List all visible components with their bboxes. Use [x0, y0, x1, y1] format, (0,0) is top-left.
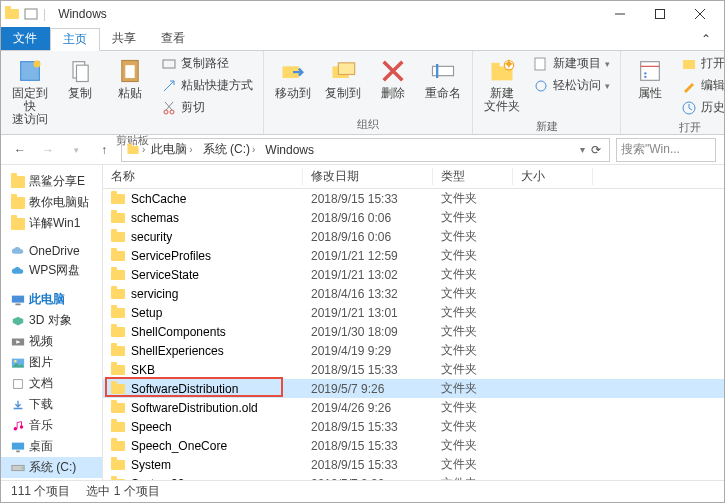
ribbon-collapse-button[interactable]: ⌃ — [689, 27, 724, 50]
folder-icon — [111, 460, 125, 470]
up-button[interactable]: ↑ — [93, 139, 115, 161]
pin-button[interactable]: 固定到快 速访问 — [7, 53, 53, 131]
back-button[interactable]: ← — [9, 139, 31, 161]
nav-item[interactable]: 桌面 — [1, 436, 102, 457]
nav-item[interactable]: 详解Win1 — [1, 213, 102, 234]
svg-rect-20 — [492, 63, 500, 68]
status-item-count: 111 个项目 — [11, 483, 70, 500]
address-dropdown-icon[interactable]: ▾ — [580, 144, 585, 155]
breadcrumb-seg-3[interactable]: Windows — [261, 143, 318, 157]
history-button[interactable]: 历史记录 — [677, 97, 725, 118]
nav-item[interactable]: OneDrive — [1, 242, 102, 260]
svg-rect-2 — [656, 10, 665, 19]
easy-access-button[interactable]: 轻松访问▾ — [529, 75, 614, 96]
status-bar: 111 个项目 选中 1 个项目 — [1, 480, 724, 502]
table-row[interactable]: schemas2018/9/16 0:06文件夹 — [103, 208, 724, 227]
column-headers[interactable]: 名称 修改日期 类型 大小 — [103, 165, 724, 189]
navigation-pane[interactable]: 黑鲨分享E教你电脑贴详解Win1OneDriveWPS网盘此电脑3D 对象视频图… — [1, 165, 103, 480]
tab-home[interactable]: 主页 — [50, 28, 100, 51]
col-size[interactable]: 大小 — [513, 168, 593, 185]
menu-tabs: 文件 主页 共享 查看 ⌃ — [1, 27, 724, 51]
tab-view[interactable]: 查看 — [149, 27, 198, 50]
cut-button[interactable]: 剪切 — [157, 97, 257, 118]
table-row[interactable]: SKB2018/9/15 15:33文件夹 — [103, 360, 724, 379]
nav-item[interactable]: 教你电脑贴 — [1, 192, 102, 213]
nav-item[interactable]: 视频 — [1, 331, 102, 352]
breadcrumb-seg-1[interactable]: 此电脑› — [147, 141, 196, 158]
table-row[interactable]: System2018/9/15 15:33文件夹 — [103, 455, 724, 474]
table-row[interactable]: Speech_OneCore2018/9/15 15:33文件夹 — [103, 436, 724, 455]
nav-item[interactable]: 图片 — [1, 352, 102, 373]
rename-button[interactable]: 重命名 — [420, 53, 466, 104]
delete-button[interactable]: 删除 — [370, 53, 416, 104]
file-name: Setup — [131, 306, 162, 320]
address-box[interactable]: › 此电脑› 系统 (C:)› Windows ▾ ⟳ — [121, 138, 610, 162]
svg-rect-11 — [163, 60, 175, 68]
move-to-button[interactable]: 移动到 — [270, 53, 316, 104]
file-list[interactable]: SchCache2018/9/15 15:33文件夹schemas2018/9/… — [103, 189, 724, 480]
tab-file[interactable]: 文件 — [1, 27, 50, 50]
copy-path-button[interactable]: 复制路径 — [157, 53, 257, 74]
file-date: 2018/9/15 15:33 — [303, 192, 433, 206]
svg-point-27 — [644, 76, 646, 78]
open-button[interactable]: 打开▾ — [677, 53, 725, 74]
table-row[interactable]: servicing2018/4/16 13:32文件夹 — [103, 284, 724, 303]
folder-icon — [111, 403, 125, 413]
forward-button[interactable]: → — [37, 139, 59, 161]
copy-to-button[interactable]: 复制到 — [320, 53, 366, 104]
nav-item[interactable]: 3D 对象 — [1, 310, 102, 331]
title-bar: | Windows — [1, 1, 724, 27]
file-name: SoftwareDistribution.old — [131, 401, 258, 415]
recent-button[interactable]: ▾ — [65, 139, 87, 161]
col-name[interactable]: 名称 — [103, 168, 303, 185]
svg-point-26 — [644, 72, 646, 74]
file-name: SKB — [131, 363, 155, 377]
table-row[interactable]: ShellExperiences2019/4/19 9:29文件夹 — [103, 341, 724, 360]
file-date: 2018/9/15 15:33 — [303, 363, 433, 377]
qat-divider: | — [43, 7, 46, 21]
table-row[interactable]: Speech2018/9/15 15:33文件夹 — [103, 417, 724, 436]
breadcrumb-seg-2[interactable]: 系统 (C:)› — [199, 141, 260, 158]
file-type: 文件夹 — [433, 228, 513, 245]
svg-text:✦: ✦ — [503, 57, 515, 72]
col-date[interactable]: 修改日期 — [303, 168, 433, 185]
table-row[interactable]: ShellComponents2019/1/30 18:09文件夹 — [103, 322, 724, 341]
svg-rect-28 — [683, 60, 695, 69]
folder-icon — [111, 213, 125, 223]
nav-item[interactable]: 黑鲨分享E — [1, 171, 102, 192]
new-item-button[interactable]: 新建项目▾ — [529, 53, 614, 74]
folder-icon — [111, 346, 125, 356]
table-row[interactable]: SoftwareDistribution.old2019/4/26 9:26文件… — [103, 398, 724, 417]
new-folder-button[interactable]: ✦新建 文件夹 — [479, 53, 525, 117]
table-row[interactable]: SchCache2018/9/15 15:33文件夹 — [103, 189, 724, 208]
search-box[interactable]: 搜索"Win... — [616, 138, 716, 162]
table-row[interactable]: security2018/9/16 0:06文件夹 — [103, 227, 724, 246]
minimize-button[interactable] — [600, 1, 640, 27]
nav-item[interactable]: 系统 (C:) — [1, 457, 102, 478]
tab-share[interactable]: 共享 — [100, 27, 149, 50]
paste-shortcut-button[interactable]: 粘贴快捷方式 — [157, 75, 257, 96]
nav-item[interactable]: 下载 — [1, 394, 102, 415]
table-row[interactable]: System322019/5/7 9:32文件夹 — [103, 474, 724, 480]
nav-item[interactable]: 文档 — [1, 373, 102, 394]
table-row[interactable]: ServiceProfiles2019/1/21 12:59文件夹 — [103, 246, 724, 265]
properties-button[interactable]: 属性 — [627, 53, 673, 104]
refresh-button[interactable]: ⟳ — [587, 143, 605, 157]
table-row[interactable]: Setup2019/1/21 13:01文件夹 — [103, 303, 724, 322]
nav-item[interactable]: 音乐 — [1, 415, 102, 436]
copy-button[interactable]: 复制 — [57, 53, 103, 104]
file-type: 文件夹 — [433, 247, 513, 264]
paste-button[interactable]: 粘贴 — [107, 53, 153, 104]
file-date: 2018/9/15 15:33 — [303, 439, 433, 453]
qat-icon[interactable] — [23, 6, 39, 22]
table-row[interactable]: ServiceState2019/1/21 13:02文件夹 — [103, 265, 724, 284]
nav-item[interactable]: 此电脑 — [1, 289, 102, 310]
edit-button[interactable]: 编辑 — [677, 75, 725, 96]
nav-item[interactable]: WPS网盘 — [1, 260, 102, 281]
table-row[interactable]: SoftwareDistribution2019/5/7 9:26文件夹 — [103, 379, 724, 398]
maximize-button[interactable] — [640, 1, 680, 27]
file-list-pane: 名称 修改日期 类型 大小 SchCache2018/9/15 15:33文件夹… — [103, 165, 724, 480]
address-icon — [127, 146, 138, 154]
close-button[interactable] — [680, 1, 720, 27]
col-type[interactable]: 类型 — [433, 168, 513, 185]
